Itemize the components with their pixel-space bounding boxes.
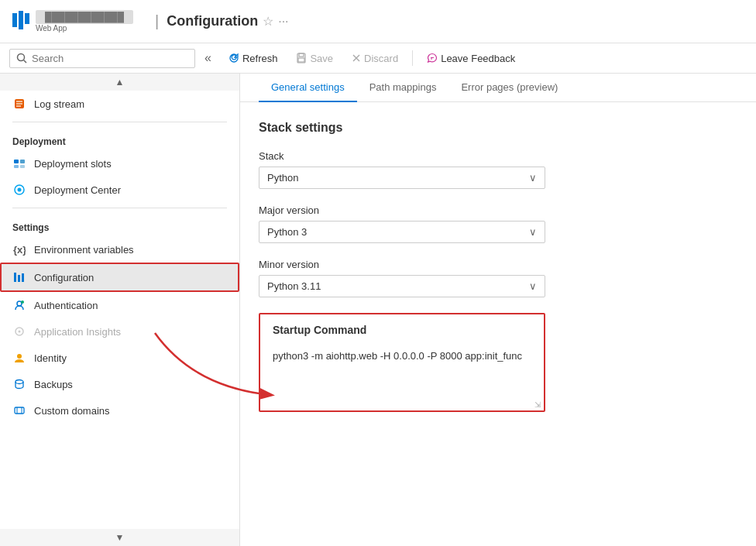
application-insights-label: Application Insights [34,326,121,338]
svg-rect-3 [299,53,304,57]
deployment-slots-label: Deployment slots [34,158,112,170]
tab-path-mappings[interactable]: Path mappings [357,74,449,102]
sidebar-item-log-stream[interactable]: Log stream [0,91,239,117]
svg-rect-13 [14,165,19,168]
minor-version-value: Python 3.11 [267,280,321,292]
identity-label: Identity [34,352,67,364]
sidebar-item-deployment-slots[interactable]: Deployment slots [0,150,239,177]
svg-point-16 [18,188,22,192]
leave-feedback-button[interactable]: Leave Feedback [419,49,523,68]
app-name-block: ████████████ Web App [36,10,138,33]
startup-command-box: Startup Command python3 -m aiohttp.web -… [259,313,545,412]
page-title: Configuration [167,13,258,29]
app-logo: ████████████ Web App [12,10,138,33]
stack-field-group: Stack Python ∨ [259,150,737,189]
log-stream-icon [12,97,26,111]
discard-icon [352,53,361,63]
svg-rect-19 [18,275,20,282]
svg-point-26 [15,380,23,384]
stack-settings-title: Stack settings [259,121,737,135]
minor-version-label: Minor version [259,259,737,270]
backups-icon [12,377,26,391]
refresh-button[interactable]: Refresh [221,49,286,68]
header-separator: | [155,12,159,30]
startup-command-field-group: Startup Command python3 -m aiohttp.web -… [259,313,737,412]
stack-select[interactable]: Python ∨ [259,167,545,189]
svg-point-22 [21,300,24,304]
resize-icon: ⇲ [534,400,541,409]
discard-button[interactable]: Discard [344,49,406,68]
sidebar: ▲ Log stream Deployment Deployment slots… [0,74,240,546]
search-box[interactable] [9,49,195,68]
sidebar-item-environment-variables[interactable]: {x} Environment variables [0,236,239,263]
collapse-sidebar-button[interactable]: « [198,48,218,68]
svg-rect-20 [22,273,24,282]
sidebar-item-application-insights: Application Insights [0,318,239,345]
deployment-center-icon [12,183,26,197]
svg-rect-14 [20,165,25,168]
startup-command-title: Startup Command [260,314,544,342]
content-body: Stack settings Stack Python ∨ Major vers… [240,102,756,446]
sidebar-item-authentication[interactable]: Authentication [0,292,239,318]
identity-icon [12,351,26,365]
tab-general-settings[interactable]: General settings [259,74,357,102]
refresh-icon [229,53,239,64]
save-button[interactable]: Save [288,49,341,68]
major-version-chevron-icon: ∨ [529,226,537,238]
search-input[interactable] [32,53,188,64]
log-stream-label: Log stream [34,98,84,110]
svg-rect-18 [14,273,16,282]
app-subtitle: Web App [36,24,138,33]
minor-version-select[interactable]: Python 3.11 ∨ [259,275,545,297]
save-icon [296,53,307,64]
minor-version-field-group: Minor version Python 3.11 ∨ [259,259,737,297]
main-layout: ▲ Log stream Deployment Deployment slots… [0,74,756,546]
custom-domains-label: Custom domains [34,405,110,417]
authentication-icon [12,298,26,312]
scroll-up-button[interactable]: ▲ [0,74,239,91]
svg-rect-4 [298,58,304,62]
content-area: General settings Path mappings Error pag… [240,74,756,546]
resize-handle: ⇲ [260,399,544,410]
custom-domains-icon [12,403,26,417]
stack-value: Python [267,172,298,184]
sidebar-item-identity[interactable]: Identity [0,345,239,371]
env-vars-label: Environment variables [34,244,134,256]
svg-rect-11 [14,160,19,163]
configuration-icon [12,270,26,284]
backups-label: Backups [34,379,73,390]
sidebar-item-configuration[interactable]: Configuration [0,263,239,292]
svg-text:{x}: {x} [13,244,26,256]
startup-command-input[interactable]: python3 -m aiohttp.web -H 0.0.0.0 -P 800… [260,342,544,397]
env-vars-icon: {x} [12,242,26,256]
logo-icon [12,13,29,29]
deployment-slots-icon [12,156,26,170]
configuration-label: Configuration [34,272,94,283]
toolbar-separator [412,50,413,66]
major-version-value: Python 3 [267,226,307,238]
svg-rect-12 [20,160,25,163]
major-version-select[interactable]: Python 3 ∨ [259,221,545,243]
deployment-center-label: Deployment Center [34,184,121,196]
more-options-icon[interactable]: ··· [278,15,288,29]
svg-point-0 [18,54,25,61]
authentication-label: Authentication [34,300,98,311]
major-version-label: Major version [259,204,737,216]
feedback-icon [427,53,438,64]
stack-label: Stack [259,150,737,162]
svg-point-25 [17,354,22,359]
deployment-divider [12,122,227,122]
sidebar-item-deployment-center[interactable]: Deployment Center [0,177,239,203]
svg-rect-27 [15,407,24,414]
sidebar-item-custom-domains[interactable]: Custom domains [0,397,239,424]
app-name: ████████████ [36,10,133,24]
application-insights-icon [12,325,26,338]
sidebar-item-backups[interactable]: Backups [0,371,239,397]
favorite-icon[interactable]: ☆ [263,14,273,29]
tab-error-pages[interactable]: Error pages (preview) [448,74,570,102]
stack-chevron-icon: ∨ [529,172,537,184]
major-version-field-group: Major version Python 3 ∨ [259,204,737,243]
scroll-down-button[interactable]: ▼ [0,529,239,546]
search-icon [16,53,27,64]
deployment-section-header: Deployment [0,127,239,150]
